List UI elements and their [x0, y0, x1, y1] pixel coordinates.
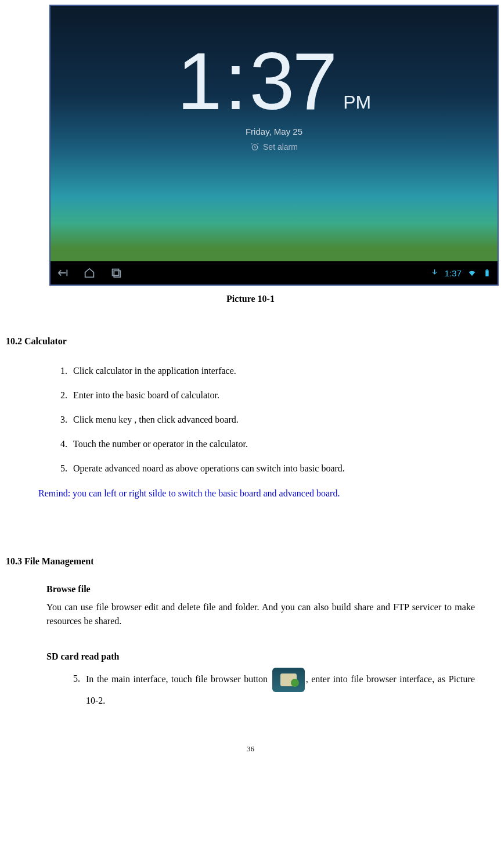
tablet-screenshot: 1 : 37 PM Friday, May 25 Set alarm	[49, 5, 499, 286]
file-browser-icon	[272, 668, 305, 692]
sd-card-heading: SD card read path	[46, 651, 495, 662]
sd-step-text-a: In the main interface, touch file browse…	[86, 673, 271, 683]
recent-apps-icon[interactable]	[110, 266, 122, 279]
clock-widget: 1 : 37 PM Friday, May 25 Set alarm	[51, 41, 498, 152]
nav-left	[56, 266, 122, 279]
android-nav-bar: 1:37	[51, 261, 498, 284]
status-time: 1:37	[445, 268, 462, 278]
back-icon[interactable]	[56, 266, 69, 279]
list-item: Click menu key , then click advanced boa…	[70, 413, 495, 427]
wifi-icon	[467, 268, 477, 278]
browse-file-heading: Browse file	[46, 584, 495, 595]
tablet-screen: 1 : 37 PM Friday, May 25 Set alarm	[51, 6, 498, 261]
svg-rect-1	[113, 269, 119, 276]
battery-icon	[482, 268, 492, 278]
clock-date: Friday, May 25	[51, 127, 498, 136]
download-icon	[430, 268, 439, 278]
list-item: Touch the number or operator in the calc…	[70, 437, 495, 451]
sd-card-steps-list: In the main interface, touch file browse…	[64, 668, 495, 709]
clock-colon: :	[225, 41, 245, 122]
figure-caption: Picture 10-1	[6, 294, 495, 304]
set-alarm-label: Set alarm	[263, 142, 298, 152]
list-item: Operate advanced noard as above operatio…	[70, 462, 495, 476]
nav-right: 1:37	[430, 268, 492, 278]
list-item: Click calculator in the application inte…	[70, 364, 495, 378]
page-number: 36	[6, 744, 495, 754]
alarm-clock-icon	[250, 142, 259, 152]
svg-rect-2	[114, 271, 120, 277]
home-icon[interactable]	[83, 266, 96, 279]
svg-rect-4	[486, 269, 488, 270]
clock-hour: 1	[177, 41, 220, 122]
set-alarm-button[interactable]: Set alarm	[51, 142, 498, 152]
browse-file-body: You can use file browser edit and delete…	[46, 600, 475, 628]
section-10-3-heading: 10.3 File Management	[6, 556, 495, 567]
clock-minute: 37	[250, 41, 336, 122]
remind-note: Remind: you can left or right silde to s…	[38, 486, 495, 501]
calculator-steps-list: Click calculator in the application inte…	[46, 364, 495, 476]
svg-rect-3	[485, 270, 488, 276]
list-item: Enter into the basic board of calculator…	[70, 388, 495, 402]
section-10-2-heading: 10.2 Calculator	[6, 336, 495, 347]
clock-ampm: PM	[343, 93, 371, 111]
clock-time: 1 : 37 PM	[177, 41, 372, 122]
list-item: In the main interface, touch file browse…	[82, 668, 475, 709]
